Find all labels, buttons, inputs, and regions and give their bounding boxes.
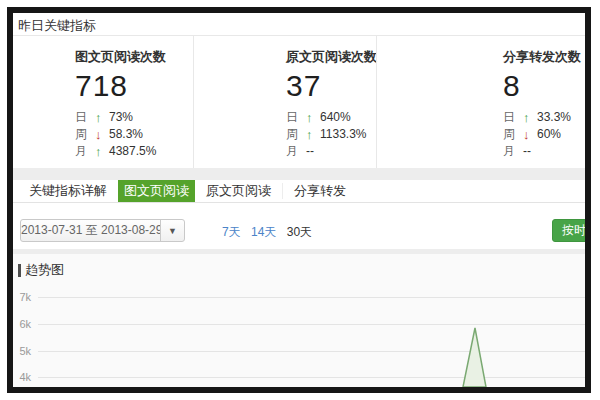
metric-value: 33.3%: [537, 109, 571, 126]
dashboard: 昨日关键指标 图文页阅读次数 718 日 ↑ 73% 周 ↓ 58.3% 月 ↑: [13, 13, 585, 387]
kpi-card-article-reads: 图文页阅读次数 718 日 ↑ 73% 周 ↓ 58.3% 月 ↑ 4387.5…: [13, 36, 193, 168]
up-arrow-icon: ↑: [523, 109, 537, 126]
window-frame: 昨日关键指标 图文页阅读次数 718 日 ↑ 73% 周 ↓ 58.3% 月 ↑: [7, 7, 591, 393]
metric-row-week: 周 ↑ 1133.3%: [286, 126, 376, 143]
metric-row-day: 日 ↑ 33.3%: [503, 109, 585, 126]
range-link-14d[interactable]: 14天: [251, 225, 276, 239]
metric-label: 月: [75, 143, 95, 160]
chevron-down-icon[interactable]: ▼: [160, 220, 184, 241]
tab-article-reads[interactable]: 图文页阅读: [118, 180, 195, 202]
kpi-card-value: 718: [75, 69, 193, 103]
kpi-card-title: 原文页阅读次数: [286, 48, 376, 66]
trend-chart-panel: 趋势图 7k 6k 5k 4k: [13, 254, 585, 387]
filter-bar: 2013-07-31 至 2013-08-29 ▼ 7天 14天 30天 按时间: [13, 203, 585, 248]
down-arrow-icon: ↓: [523, 126, 537, 143]
detail-panel: 关键指标详解 图文页阅读 原文页阅读 分享转发 2013-07-31 至 201…: [13, 180, 585, 249]
up-arrow-icon: ↑: [95, 143, 109, 160]
date-range-value: 2013-07-31 至 2013-08-29: [21, 222, 160, 239]
kpi-card-value: 8: [503, 69, 585, 103]
metric-value: --: [523, 143, 531, 160]
tab-original-reads[interactable]: 原文页阅读: [195, 180, 282, 202]
metric-row-month: 月 --: [286, 143, 376, 160]
metric-value: 1133.3%: [320, 126, 366, 143]
quick-range-links: 7天 14天 30天: [222, 224, 319, 241]
metric-row-day: 日 ↑ 640%: [286, 109, 376, 126]
kpi-panel-title: 昨日关键指标: [18, 17, 96, 35]
query-by-time-button[interactable]: 按时间: [552, 219, 591, 242]
kpi-card-original-reads: 原文页阅读次数 37 日 ↑ 640% 周 ↑ 1133.3% 月 --: [193, 36, 376, 168]
metric-row-week: 周 ↓ 58.3%: [75, 126, 193, 143]
metric-label: 月: [286, 143, 306, 160]
metric-value: 73%: [109, 109, 133, 126]
metric-value: --: [306, 143, 314, 160]
metric-label: 日: [503, 109, 523, 126]
trend-series-spike: [13, 254, 585, 387]
metric-row-day: 日 ↑ 73%: [75, 109, 193, 126]
range-link-7d[interactable]: 7天: [222, 225, 241, 239]
metric-row-month: 月 --: [503, 143, 585, 160]
up-arrow-icon: ↑: [95, 109, 109, 126]
range-link-30d[interactable]: 30天: [287, 225, 312, 239]
metric-label: 日: [75, 109, 95, 126]
kpi-card-title: 分享转发次数: [503, 48, 585, 66]
metric-label: 日: [286, 109, 306, 126]
date-range-picker[interactable]: 2013-07-31 至 2013-08-29 ▼: [20, 219, 185, 242]
up-arrow-icon: ↑: [306, 109, 320, 126]
metric-value: 58.3%: [109, 126, 143, 143]
tab-bar: 关键指标详解 图文页阅读 原文页阅读 分享转发: [13, 180, 585, 203]
down-arrow-icon: ↓: [95, 126, 109, 143]
kpi-cards-row: 图文页阅读次数 718 日 ↑ 73% 周 ↓ 58.3% 月 ↑ 4387.5…: [13, 35, 585, 168]
metric-label: 月: [503, 143, 523, 160]
kpi-panel: 昨日关键指标 图文页阅读次数 718 日 ↑ 73% 周 ↓ 58.3% 月 ↑: [13, 13, 585, 168]
kpi-card-title: 图文页阅读次数: [75, 48, 193, 66]
metric-row-month: 月 ↑ 4387.5%: [75, 143, 193, 160]
tab-shares[interactable]: 分享转发: [283, 180, 357, 202]
metric-label: 周: [503, 126, 523, 143]
metric-label: 周: [286, 126, 306, 143]
metric-value: 4387.5%: [109, 143, 156, 160]
metric-value: 60%: [537, 126, 561, 143]
kpi-card-shares: 分享转发次数 8 日 ↑ 33.3% 周 ↓ 60% 月 --: [376, 36, 585, 168]
tab-section-label: 关键指标详解: [18, 180, 118, 202]
up-arrow-icon: ↑: [306, 126, 320, 143]
metric-row-week: 周 ↓ 60%: [503, 126, 585, 143]
metric-label: 周: [75, 126, 95, 143]
metric-value: 640%: [320, 109, 351, 126]
kpi-card-value: 37: [286, 69, 376, 103]
